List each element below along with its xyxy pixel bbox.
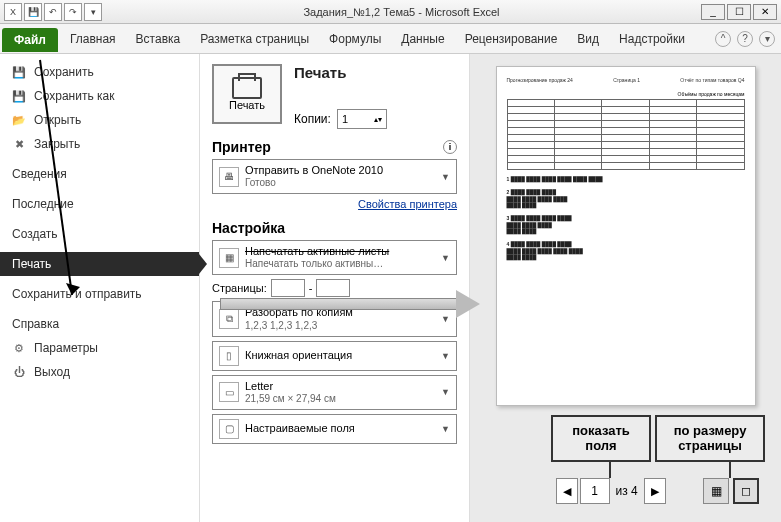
tab-addins[interactable]: Надстройки xyxy=(609,26,695,52)
fit-page-button[interactable]: ◻ xyxy=(733,478,759,504)
page-header-center: Страница 1 xyxy=(613,77,640,83)
callout-show-margins: показать поля xyxy=(551,415,651,462)
tab-formulas[interactable]: Формулы xyxy=(319,26,391,52)
orientation-label: Книжная ориентация xyxy=(245,349,352,362)
chevron-down-icon: ▼ xyxy=(441,314,450,324)
sidebar-label: Выход xyxy=(34,365,70,379)
paper-sublabel: 21,59 см × 27,94 см xyxy=(245,393,336,405)
minimize-ribbon-icon[interactable]: ^ xyxy=(715,31,731,47)
title-bar: X 💾 ↶ ↷ ▾ Задания_№1,2 Тема5 - Microsoft… xyxy=(0,0,781,24)
tab-data[interactable]: Данные xyxy=(391,26,454,52)
tab-file[interactable]: Файл xyxy=(2,28,58,52)
portrait-icon: ▯ xyxy=(219,346,239,366)
orientation-dropdown[interactable]: ▯ Книжная ориентация ▼ xyxy=(212,341,457,371)
tab-insert[interactable]: Вставка xyxy=(126,26,191,52)
svg-marker-1 xyxy=(66,283,80,295)
paper-icon: ▭ xyxy=(219,382,239,402)
exit-icon: ⏻ xyxy=(12,365,26,379)
paper-label: Letter xyxy=(245,380,336,393)
sidebar-item-help[interactable]: Справка xyxy=(0,312,199,336)
page-header-left: Прогнозирование продаж 24 xyxy=(507,77,573,83)
chevron-down-icon: ▼ xyxy=(441,253,450,263)
quick-access-toolbar: X 💾 ↶ ↷ ▾ xyxy=(4,3,102,21)
ribbon-tabs: Файл Главная Вставка Разметка страницы Ф… xyxy=(0,24,781,54)
preview-table xyxy=(507,99,745,170)
printer-status: Готово xyxy=(245,177,383,189)
sidebar-label: Справка xyxy=(12,317,59,331)
annotation-arrow-icon xyxy=(30,55,90,305)
annotation-big-arrow-icon xyxy=(220,295,480,313)
printer-device-icon: 🖶 xyxy=(219,167,239,187)
window-title: Задания_№1,2 Тема5 - Microsoft Excel xyxy=(102,6,701,18)
collate-sublabel: 1,2,3 1,2,3 1,2,3 xyxy=(245,320,353,332)
pages-label: Страницы: xyxy=(212,282,267,294)
preview-notes: 1 ████ ████ ████ ████ ████ ████ 2 ████ █… xyxy=(507,176,745,261)
margins-label: Настраиваемые поля xyxy=(245,422,355,435)
spinner-arrows-icon[interactable]: ▴▾ xyxy=(374,115,382,124)
page-navigation: ◀ 1 из 4 ▶ xyxy=(556,478,666,504)
chevron-down-icon: ▼ xyxy=(441,351,450,361)
printer-dropdown[interactable]: 🖶 Отправить в OneNote 2010Готово ▼ xyxy=(212,159,457,194)
callout-fit-page: по размеру страницы xyxy=(655,415,765,462)
sidebar-item-options[interactable]: ⚙Параметры xyxy=(0,336,199,360)
options-icon: ⚙ xyxy=(12,341,26,355)
window-controls: _ ☐ ✕ xyxy=(701,4,777,20)
sidebar-item-exit[interactable]: ⏻Выход xyxy=(0,360,199,384)
copies-spinner[interactable]: 1▴▾ xyxy=(337,109,387,129)
preview-table-title: Объёмы продаж по месяцам xyxy=(507,91,745,97)
page-header-right: Отчёт по типам товаров Q4 xyxy=(680,77,744,83)
pages-to-label: - xyxy=(309,282,313,294)
show-margins-button[interactable]: ▦ xyxy=(703,478,729,504)
printer-name: Отправить в OneNote 2010 xyxy=(245,164,383,177)
qat-dropdown-icon[interactable]: ▾ xyxy=(84,3,102,21)
excel-icon: X xyxy=(4,3,22,21)
help-icon[interactable]: ? xyxy=(737,31,753,47)
save-icon[interactable]: 💾 xyxy=(24,3,42,21)
page-count-label: из 4 xyxy=(612,484,642,498)
maximize-button[interactable]: ☐ xyxy=(727,4,751,20)
print-what-label: Напечатать активные листы xyxy=(245,245,389,258)
next-page-button[interactable]: ▶ xyxy=(644,478,666,504)
printer-heading: Принтер xyxy=(212,139,271,155)
ribbon-wincontrols-icon[interactable]: ▾ xyxy=(759,31,775,47)
printer-properties-link[interactable]: Свойства принтера xyxy=(212,198,457,210)
sidebar-label: Параметры xyxy=(34,341,98,355)
open-icon: 📂 xyxy=(12,113,26,127)
chevron-down-icon: ▼ xyxy=(441,172,450,182)
callout-connector-icon xyxy=(609,460,611,478)
print-button-label: Печать xyxy=(229,99,265,111)
chevron-down-icon: ▼ xyxy=(441,424,450,434)
print-panel: Печать Печать Копии: 1▴▾ Принтер i 🖶 Отп… xyxy=(200,54,470,522)
settings-heading: Настройка xyxy=(212,220,285,236)
tab-review[interactable]: Рецензирование xyxy=(455,26,568,52)
preview-page: Прогнозирование продаж 24 Страница 1 Отч… xyxy=(496,66,756,406)
saveas-icon: 💾 xyxy=(12,89,26,103)
tab-home[interactable]: Главная xyxy=(60,26,126,52)
svg-line-0 xyxy=(40,60,72,295)
copies-value: 1 xyxy=(342,113,348,125)
undo-icon[interactable]: ↶ xyxy=(44,3,62,21)
save-icon: 💾 xyxy=(12,65,26,79)
prev-page-button[interactable]: ◀ xyxy=(556,478,578,504)
copies-label: Копии: xyxy=(294,112,331,126)
sheets-icon: ▦ xyxy=(219,248,239,268)
closefile-icon: ✖ xyxy=(12,137,26,151)
printer-info-icon[interactable]: i xyxy=(443,140,457,154)
print-what-sublabel: Напечатать только активны… xyxy=(245,258,389,270)
margins-icon: ▢ xyxy=(219,419,239,439)
print-preview-pane: Прогнозирование продаж 24 Страница 1 Отч… xyxy=(470,54,781,522)
minimize-button[interactable]: _ xyxy=(701,4,725,20)
close-button[interactable]: ✕ xyxy=(753,4,777,20)
redo-icon[interactable]: ↷ xyxy=(64,3,82,21)
current-page-box[interactable]: 1 xyxy=(580,478,610,504)
print-what-dropdown[interactable]: ▦ Напечатать активные листыНапечатать то… xyxy=(212,240,457,275)
callout-connector-icon xyxy=(729,460,731,478)
chevron-down-icon: ▼ xyxy=(441,387,450,397)
margins-dropdown[interactable]: ▢ Настраиваемые поля ▼ xyxy=(212,414,457,444)
tab-view[interactable]: Вид xyxy=(567,26,609,52)
tab-pagelayout[interactable]: Разметка страницы xyxy=(190,26,319,52)
print-button[interactable]: Печать xyxy=(212,64,282,124)
printer-icon xyxy=(232,77,262,99)
paper-dropdown[interactable]: ▭ Letter21,59 см × 27,94 см ▼ xyxy=(212,375,457,410)
